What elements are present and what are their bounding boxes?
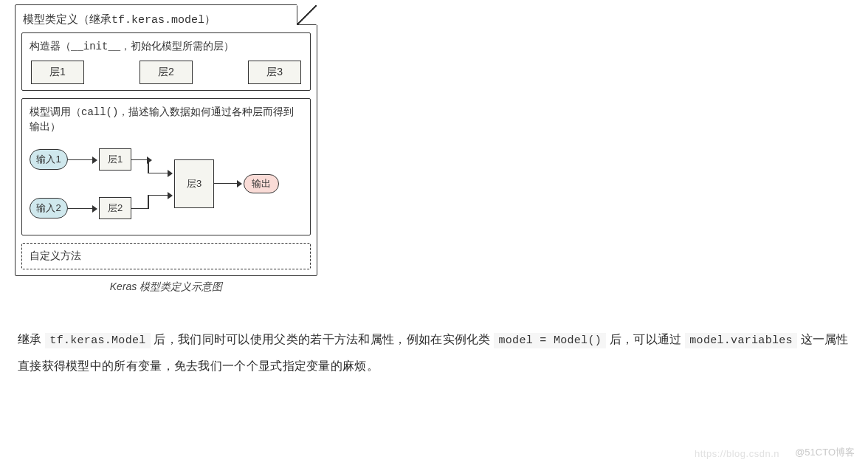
layer-3-box: 层3 — [248, 61, 301, 84]
model-class-title: 模型类定义（继承tf.keras.model） — [21, 10, 311, 32]
title-code: tf.keras.model — [111, 14, 204, 27]
connector-line — [131, 208, 148, 210]
call-pre: 模型调用（ — [30, 106, 81, 117]
arrow-icon — [148, 173, 168, 174]
title-text-pre: 模型类定义（继承 — [23, 13, 111, 25]
constructor-pre: 构造器（ — [30, 40, 71, 52]
description-paragraph: 继承 tf.keras.Model 后，我们同时可以使用父类的若干方法和属性，例… — [18, 326, 850, 379]
layer-2-node: 层2 — [99, 197, 131, 219]
code-tf-keras-model: tf.keras.Model — [45, 333, 150, 348]
custom-methods-label: 自定义方法 — [30, 250, 81, 261]
arrow-icon — [68, 159, 93, 161]
constructor-post: ，初始化模型所需的层） — [120, 40, 234, 52]
arrow-icon — [68, 208, 93, 210]
arrow-icon — [214, 183, 238, 185]
constructor-code: __init__ — [71, 41, 120, 52]
folded-corner-icon — [297, 4, 317, 25]
input-2-node: 输入2 — [30, 198, 68, 218]
diagram-caption: Keras 模型类定义示意图 — [15, 281, 317, 294]
layer-3-node: 层3 — [174, 159, 214, 208]
constructor-layers-row: 层1 层2 层3 — [30, 61, 303, 84]
output-node: 输出 — [244, 174, 279, 193]
para-t2: 后，我们同时可以使用父类的若干方法和属性，例如在实例化类 — [151, 333, 495, 345]
watermark-csdn: https://blog.csdn.n — [695, 448, 779, 459]
custom-methods-section: 自定义方法 — [21, 243, 311, 269]
constructor-section: 构造器（__init__，初始化模型所需的层） 层1 层2 层3 — [21, 32, 311, 91]
title-text-post: ） — [204, 13, 216, 25]
layer-1-node: 层1 — [99, 148, 131, 171]
layer-1-box: 层1 — [31, 61, 84, 84]
para-t3: 后，可以通过 — [606, 333, 685, 345]
layer-2-box: 层2 — [140, 61, 193, 84]
connector-line — [148, 195, 149, 209]
para-t1: 继承 — [18, 333, 45, 345]
connector-line — [131, 159, 148, 161]
call-code: call() — [81, 106, 118, 118]
call-flow-diagram: 输入1 输入2 层1 层2 层3 输出 .noarrow::after{disp… — [30, 140, 303, 229]
watermark-51cto: @51CTO博客 — [795, 446, 855, 459]
code-model-variables: model.variables — [685, 333, 797, 348]
call-label: 模型调用（call()，描述输入数据如何通过各种层而得到输出） — [30, 105, 303, 134]
call-section: 模型调用（call()，描述输入数据如何通过各种层而得到输出） 输入1 输入2 … — [21, 98, 311, 235]
constructor-label: 构造器（__init__，初始化模型所需的层） — [30, 39, 303, 55]
keras-model-diagram: 模型类定义（继承tf.keras.model） 构造器（__init__，初始化… — [15, 4, 317, 294]
code-model-instance: model = Model() — [494, 333, 606, 348]
arrow-icon — [148, 195, 168, 196]
input-1-node: 输入1 — [30, 149, 68, 170]
model-class-definition-box: 模型类定义（继承tf.keras.model） 构造器（__init__，初始化… — [15, 4, 317, 276]
